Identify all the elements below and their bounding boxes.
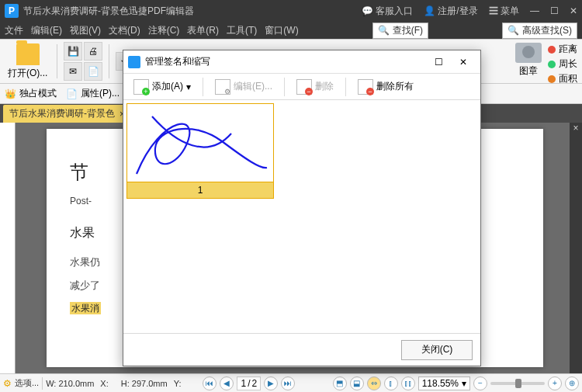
menu-window[interactable]: 窗口(W) [265, 24, 298, 37]
signature-preview [127, 104, 273, 182]
dialog-icon [128, 56, 140, 68]
cursor-y: Y: [174, 379, 182, 388]
zoom-in-button[interactable]: + [548, 376, 562, 390]
edit-signature-button[interactable]: ⚙ 编辑(E)... [210, 76, 278, 98]
signature-label: 1 [127, 182, 273, 198]
find-box[interactable]: 🔍 查找(F) [372, 23, 428, 39]
view-mode-icon[interactable]: ⇔ [367, 376, 381, 390]
menu-form[interactable]: 表单(R) [187, 24, 219, 37]
delete-signature-button[interactable]: − 删除 [291, 76, 339, 98]
view-mode-icon[interactable]: ⬓ [350, 376, 364, 390]
divider [42, 377, 43, 390]
options-button[interactable]: 选项... [15, 377, 39, 389]
dialog-footer: 关闭(C) [123, 333, 480, 366]
dialog-toolbar: + 添加(A) ▾ ⚙ 编辑(E)... − 删除 − 删除所有 [123, 74, 480, 100]
dot-icon [548, 61, 556, 68]
prev-page-button[interactable]: ◀ [220, 376, 234, 390]
zoom-combo[interactable]: 118.55% ▾ [418, 376, 470, 390]
menu-view[interactable]: 视图(V) [70, 24, 101, 37]
statusbar: ⚙ 选项... W: 210.0mm X: H: 297.0mm Y: ⏮ ◀ … [0, 373, 582, 392]
measure-perimeter[interactable]: 周长 [548, 57, 577, 71]
doc-gear-icon: ⚙ [215, 79, 230, 95]
crown-icon: 👑 [5, 88, 16, 99]
cursor-x: X: [100, 379, 108, 388]
menu-file[interactable]: 文件 [5, 24, 23, 37]
zoom-slider[interactable] [490, 382, 545, 385]
maximize-button[interactable]: ☐ [550, 5, 559, 16]
stamp-button[interactable]: 图章 [515, 43, 542, 78]
tool-scan-icon[interactable]: 📄 [84, 62, 102, 81]
titlebar: P 节后水果消费调研-背景色迅捷PDF编辑器 💬 客服入口 👤 注册/登录 ☰ … [0, 0, 582, 22]
divider [203, 78, 203, 96]
zoom-fit-button[interactable]: ⊕ [565, 376, 579, 390]
sidebar-close-icon[interactable]: × [570, 123, 582, 140]
close-button[interactable]: ✕ [570, 5, 577, 16]
tool-grid-1: 💾 🖨 ✉ 📄 [64, 42, 102, 81]
dialog-title: 管理签名和缩写 [145, 55, 426, 68]
dialog-body: 1 [123, 100, 480, 333]
doc-delete-icon: − [296, 79, 312, 95]
main-menu[interactable]: ☰ 菜单 [489, 5, 519, 18]
minimize-button[interactable]: — [530, 5, 539, 16]
stamp-icon [515, 43, 542, 63]
measure-area[interactable]: 面积 [548, 72, 577, 85]
view-mode-icon[interactable]: ⫿⫿ [401, 376, 415, 390]
document-tab[interactable]: 节后水果消费调研-背景色 × [3, 105, 131, 123]
slider-thumb[interactable] [515, 379, 521, 388]
delete-all-button[interactable]: − 删除所有 [352, 76, 419, 98]
next-page-button[interactable]: ▶ [264, 376, 278, 390]
right-sidebar: × [570, 123, 582, 373]
dialog-maximize-button[interactable]: ☐ [426, 53, 451, 71]
doc-plus-icon: + [133, 79, 149, 95]
folder-icon [16, 43, 40, 65]
tab-label: 节后水果消费调研-背景色 [9, 107, 115, 120]
view-mode-icon[interactable]: ⬒ [333, 376, 347, 390]
chevron-down-icon: ▾ [186, 82, 191, 92]
dialog-close-button[interactable]: ✕ [451, 53, 476, 71]
vertical-ruler [0, 123, 16, 373]
advanced-find-box[interactable]: 🔍 高级查找(S) [502, 23, 577, 39]
login-link[interactable]: 👤 注册/登录 [424, 5, 478, 18]
tool-print-icon[interactable]: 🖨 [84, 42, 102, 61]
manage-signatures-dialog: 管理签名和缩写 ☐ ✕ + 添加(A) ▾ ⚙ 编辑(E)... − 删除 − … [123, 50, 481, 366]
gear-icon[interactable]: ⚙ [3, 378, 12, 389]
view-mode-icon[interactable]: ⫿ [384, 376, 398, 390]
zoom-out-button[interactable]: − [473, 376, 487, 390]
close-dialog-button[interactable]: 关闭(C) [401, 340, 473, 360]
last-page-button[interactable]: ⏭ [281, 376, 295, 390]
menu-document[interactable]: 文档(D) [109, 24, 140, 37]
signature-drawing [130, 106, 270, 180]
add-signature-button[interactable]: + 添加(A) ▾ [128, 76, 196, 98]
menu-tools[interactable]: 工具(T) [227, 24, 257, 37]
page-width: W: 210.0mm [46, 379, 94, 388]
dot-icon [548, 46, 556, 54]
properties-button[interactable]: 📄属性(P)... [66, 87, 120, 100]
open-button[interactable]: 打开(O)... [5, 42, 50, 82]
page-icon: 📄 [66, 88, 78, 99]
divider [57, 44, 57, 78]
menubar: 文件 编辑(E) 视图(V) 文档(D) 注释(C) 表单(R) 工具(T) 窗… [0, 22, 582, 39]
window-title: 节后水果消费调研-背景色迅捷PDF编辑器 [23, 5, 362, 18]
divider [345, 78, 346, 96]
measure-tools: 距离 周长 面积 [548, 43, 577, 85]
dialog-titlebar: 管理签名和缩写 ☐ ✕ [123, 50, 480, 74]
doc-delete-all-icon: − [358, 79, 373, 95]
service-link[interactable]: 💬 客服入口 [362, 5, 413, 18]
page-height: H: 297.0mm [121, 379, 168, 388]
measure-distance[interactable]: 距离 [548, 43, 577, 56]
signature-thumbnail[interactable]: 1 [126, 103, 274, 199]
page-indicator[interactable]: 1 / 2 [237, 376, 261, 390]
chevron-down-icon: ▾ [462, 378, 466, 389]
divider [109, 44, 109, 78]
app-logo: P [5, 4, 19, 18]
divider [284, 78, 285, 96]
dot-icon [548, 75, 556, 83]
menu-edit[interactable]: 编辑(E) [31, 24, 62, 37]
menu-comment[interactable]: 注释(C) [148, 24, 180, 37]
tool-mail-icon[interactable]: ✉ [64, 62, 82, 81]
tool-save-icon[interactable]: 💾 [64, 42, 82, 61]
first-page-button[interactable]: ⏮ [203, 376, 217, 390]
exclusive-mode[interactable]: 👑独占模式 [5, 87, 57, 100]
